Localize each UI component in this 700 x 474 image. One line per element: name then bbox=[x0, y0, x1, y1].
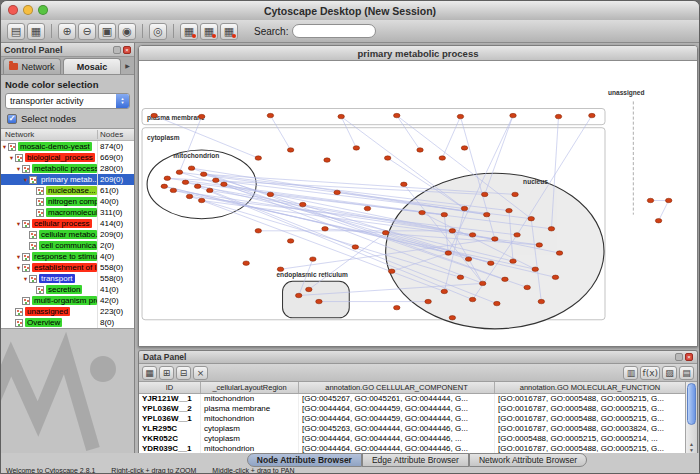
network-node[interactable] bbox=[461, 206, 467, 210]
network-node[interactable] bbox=[488, 261, 494, 265]
tree-row-primary-metab[interactable]: ▼primary metab...209(0) bbox=[1, 174, 134, 185]
network-node[interactable] bbox=[295, 293, 301, 297]
tree-row-nitrogen-compo[interactable]: nitrogen compo...40(0) bbox=[1, 196, 134, 207]
network-node[interactable] bbox=[465, 257, 471, 261]
table-row[interactable]: YPL036W__1mitochondrion[GO:0044464, GO:0… bbox=[139, 414, 685, 424]
network-node[interactable] bbox=[194, 184, 200, 188]
tree-row-cell-communica[interactable]: cell communica...2(0) bbox=[1, 240, 134, 251]
network-node[interactable] bbox=[461, 146, 467, 150]
tree-column-nodes[interactable]: Nodes bbox=[97, 130, 134, 139]
expander-icon[interactable]: ▼ bbox=[22, 177, 29, 183]
network-node[interactable] bbox=[164, 176, 170, 180]
network-node[interactable] bbox=[457, 114, 463, 118]
network-node[interactable] bbox=[479, 281, 485, 285]
search-input[interactable] bbox=[292, 24, 376, 38]
tab-node-attribute-browser[interactable]: Node Attribute Browser bbox=[247, 453, 362, 467]
import-table-icon[interactable]: ▤ bbox=[679, 366, 694, 380]
network-node[interactable] bbox=[255, 156, 261, 160]
network-node[interactable] bbox=[300, 202, 306, 206]
network-node[interactable] bbox=[647, 198, 653, 202]
expander-icon[interactable]: ▼ bbox=[15, 166, 22, 172]
select-attributes-icon[interactable]: ▦ bbox=[142, 366, 157, 380]
tab-edge-attribute-browser[interactable]: Edge Attribute Browser bbox=[362, 453, 469, 467]
network-node[interactable] bbox=[665, 198, 671, 202]
network-node[interactable] bbox=[382, 231, 388, 235]
tree-row-response-to-stimul[interactable]: ▼response to stimul...4(0) bbox=[1, 251, 134, 262]
color-attribute-dropdown[interactable]: transporter activity ▲▼ bbox=[5, 93, 130, 109]
network-node[interactable] bbox=[170, 188, 176, 192]
network-node[interactable] bbox=[176, 170, 182, 174]
network-node[interactable] bbox=[364, 206, 370, 210]
expander-icon[interactable]: ▼ bbox=[15, 254, 22, 260]
scrollbar-arrows[interactable]: ▲▼ bbox=[686, 441, 697, 453]
network-node[interactable] bbox=[200, 172, 206, 176]
close-button[interactable] bbox=[8, 5, 18, 15]
tree-row-cellular-process[interactable]: ▼cellular process414(0) bbox=[1, 218, 134, 229]
zoom-out-icon[interactable]: ⊖ bbox=[78, 23, 96, 40]
network-node[interactable] bbox=[556, 251, 562, 255]
network-node[interactable] bbox=[182, 180, 188, 184]
network-node[interactable] bbox=[338, 114, 344, 118]
network-node[interactable] bbox=[555, 114, 561, 118]
delete-attribute-icon[interactable]: ⊟ bbox=[176, 366, 191, 380]
window-titlebar[interactable]: Cytoscape Desktop (New Session) bbox=[1, 1, 699, 21]
tab-network-attribute-browser[interactable]: Network Attribute Browser bbox=[469, 453, 587, 467]
network-node[interactable] bbox=[425, 299, 431, 303]
network-node[interactable] bbox=[198, 198, 204, 202]
tree-row-mosaic-demo-yeast[interactable]: ▼mosaic-demo-yeast874(0) bbox=[1, 141, 134, 152]
network-node[interactable] bbox=[417, 148, 423, 152]
network-node[interactable] bbox=[151, 113, 157, 117]
expander-icon[interactable]: ▼ bbox=[22, 276, 29, 282]
table-row[interactable]: YLR295Ccytoplasm[GO:0045263, GO:0044444,… bbox=[139, 424, 685, 434]
attribute-matrix-icon[interactable]: ▥ bbox=[623, 366, 638, 380]
column-header-2[interactable]: annotation.GO CELLULAR_COMPONENT bbox=[299, 382, 495, 393]
network-node[interactable] bbox=[401, 182, 407, 186]
network-node[interactable] bbox=[161, 184, 167, 188]
network-node[interactable] bbox=[494, 301, 500, 305]
network-node[interactable] bbox=[439, 156, 445, 160]
tab-network[interactable]: Network bbox=[3, 58, 61, 74]
network-node[interactable] bbox=[514, 233, 520, 237]
function-builder-icon[interactable]: f(x) bbox=[640, 366, 660, 380]
network-node[interactable] bbox=[384, 156, 390, 160]
network-node[interactable] bbox=[655, 218, 661, 222]
scrollbar-thumb[interactable] bbox=[687, 383, 696, 425]
network-canvas[interactable]: plasma membranecytoplasmmitochondrionnuc… bbox=[139, 61, 697, 347]
network-node[interactable] bbox=[538, 299, 544, 303]
network-node[interactable] bbox=[457, 275, 463, 279]
network-node[interactable] bbox=[589, 113, 595, 117]
network-node[interactable] bbox=[198, 114, 204, 118]
network-node[interactable] bbox=[524, 285, 530, 289]
table-row[interactable]: YKR052Ccytoplasm[GO:0044464, GO:0044444,… bbox=[139, 434, 685, 444]
network-node[interactable] bbox=[441, 289, 447, 293]
network-node[interactable] bbox=[221, 182, 227, 186]
column-header-0[interactable]: ID bbox=[139, 382, 201, 393]
table-scrollbar[interactable]: ▲▼ bbox=[685, 382, 697, 453]
expander-icon[interactable]: ▼ bbox=[1, 144, 8, 150]
save-session-icon[interactable]: ▤ bbox=[7, 23, 25, 40]
network-node[interactable] bbox=[481, 192, 487, 196]
network-node[interactable] bbox=[306, 287, 312, 291]
network-node[interactable] bbox=[334, 190, 340, 194]
network-node[interactable] bbox=[394, 305, 400, 309]
network-node[interactable] bbox=[449, 316, 455, 320]
network-node[interactable] bbox=[484, 212, 490, 216]
tree-row-macromolecule[interactable]: macromolecule...311(0) bbox=[1, 207, 134, 218]
network-node[interactable] bbox=[419, 210, 425, 214]
network-node[interactable] bbox=[548, 227, 554, 231]
network-node[interactable] bbox=[287, 148, 293, 152]
table-row[interactable]: YJR121W__1mitochondrion[GO:0045267, GO:0… bbox=[139, 394, 685, 404]
table-row[interactable]: YPL036W__2plasma membrane[GO:0044464, GO… bbox=[139, 404, 685, 414]
network-node[interactable] bbox=[510, 259, 516, 263]
network-node[interactable] bbox=[469, 297, 475, 301]
network-node[interactable] bbox=[552, 275, 558, 279]
tree-row-metabolic-process[interactable]: ▼metabolic process280(0) bbox=[1, 163, 134, 174]
network-node[interactable] bbox=[394, 113, 400, 117]
zoom-window-button[interactable] bbox=[38, 5, 48, 15]
network-node[interactable] bbox=[322, 227, 328, 231]
network-node[interactable] bbox=[316, 299, 322, 303]
network-node[interactable] bbox=[310, 257, 316, 261]
clear-table-icon[interactable]: × bbox=[193, 366, 208, 380]
network-node[interactable] bbox=[506, 208, 512, 212]
network-overview-icon[interactable]: ▦ bbox=[180, 23, 198, 40]
